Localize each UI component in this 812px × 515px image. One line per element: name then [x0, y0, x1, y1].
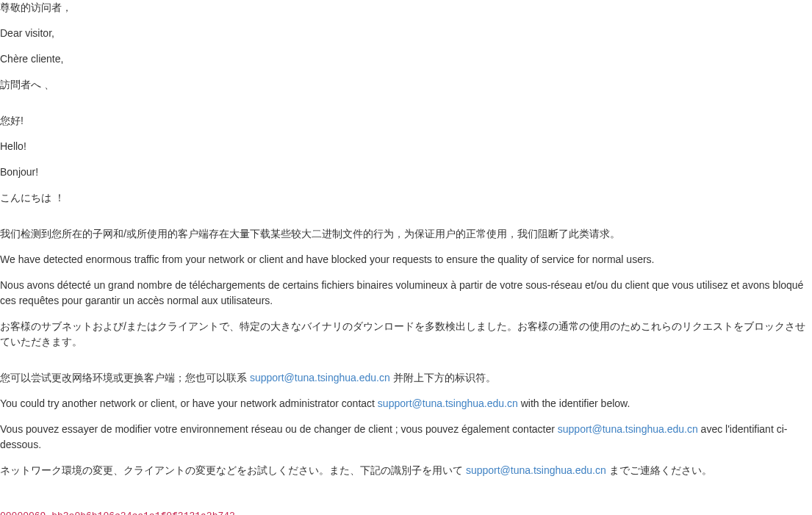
hello-zh: 您好!	[0, 113, 812, 129]
suggestion-ja: ネットワーク環境の変更、クライアントの変更などをお試しください。また、下記の識別…	[0, 463, 812, 478]
support-email-link-en[interactable]: support@tuna.tsinghua.edu.cn	[378, 397, 518, 409]
support-email-link-fr[interactable]: support@tuna.tsinghua.edu.cn	[558, 423, 698, 435]
detection-fr: Nous avons détecté un grand nombre de té…	[0, 278, 812, 309]
detection-zh: 我们检测到您所在的子网和/或所使用的客户端存在大量下载某些较大二进制文件的行为，…	[0, 226, 812, 242]
suggestion-en: You could try another network or client,…	[0, 396, 812, 411]
detection-ja: お客様のサブネットおよび/またはクライアントで、特定の大きなバイナリのダウンロー…	[0, 319, 812, 350]
request-identifier: 00000069 bb3e0b6b106c24ce1e1f0f3131a2b74…	[0, 509, 812, 515]
greeting-zh: 尊敬的访问者，	[0, 0, 812, 15]
hello-ja: こんにちは ！	[0, 190, 812, 206]
suggestion-zh: 您可以尝试更改网络环境或更换客户端；您也可以联系 support@tuna.ts…	[0, 370, 812, 386]
greeting-ja: 訪問者へ 、	[0, 77, 812, 93]
detection-en: We have detected enormous traffic from y…	[0, 252, 812, 267]
support-email-link-zh[interactable]: support@tuna.tsinghua.edu.cn	[250, 372, 390, 383]
hello-fr: Bonjour!	[0, 165, 812, 180]
suggestion-fr: Vous pouvez essayer de modifier votre en…	[0, 422, 812, 453]
greeting-fr: Chère cliente,	[0, 51, 812, 67]
support-email-link-ja[interactable]: support@tuna.tsinghua.edu.cn	[466, 464, 606, 476]
greeting-en: Dear visitor,	[0, 26, 812, 41]
hello-en: Hello!	[0, 139, 812, 154]
